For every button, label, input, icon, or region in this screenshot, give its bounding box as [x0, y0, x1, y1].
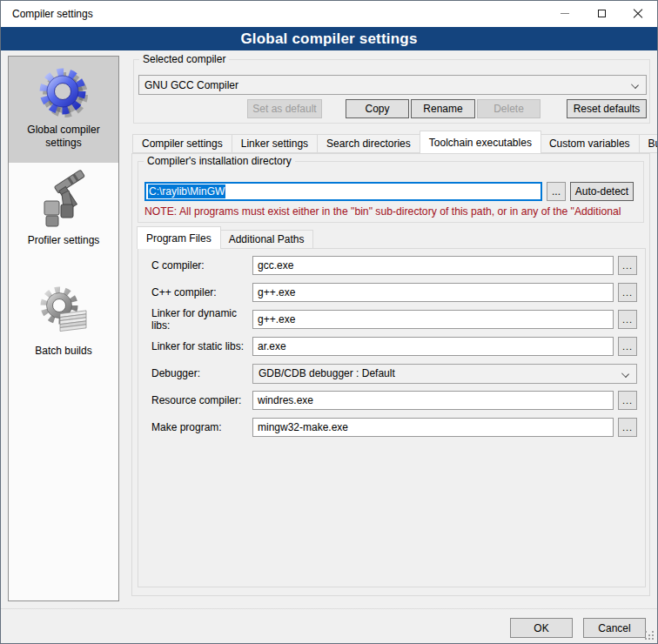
tab-additional-paths[interactable]: Additional Paths — [220, 230, 314, 249]
field-value: ar.exe — [258, 340, 286, 352]
sidebar-item-label: Profiler settings — [9, 234, 118, 247]
form-row-resource-compiler: Resource compiler: windres.exe ... — [151, 391, 645, 410]
gray-gear-stack-icon — [36, 282, 91, 341]
note-text: NOTE: All programs must exist either in … — [144, 205, 638, 218]
compiler-select[interactable]: GNU GCC Compiler — [138, 75, 647, 95]
tab-toolchain-executables[interactable]: Toolchain executables — [420, 131, 541, 153]
field-value: gcc.exe — [258, 259, 293, 272]
program-files-page: C compiler: gcc.exe ... C++ compiler: g+… — [138, 248, 646, 587]
form-row-make-program: Make program: mingw32-make.exe ... — [151, 418, 645, 437]
browse-make-program-button[interactable]: ... — [618, 418, 637, 437]
field-label: Linker for dynamic libs: — [151, 307, 252, 332]
browse-resource-compiler-button[interactable]: ... — [618, 391, 637, 410]
blue-gear-icon — [36, 64, 91, 120]
cancel-button[interactable]: Cancel — [583, 618, 646, 638]
selected-path-text: C:\raylib\MinGW — [148, 184, 225, 198]
form-row-debugger: Debugger: GDB/CDB debugger : Default — [151, 364, 645, 383]
minimize-icon — [561, 13, 569, 14]
main-tabstrip: Compiler settings Linker settings Search… — [132, 131, 658, 153]
field-label: Linker for static libs: — [151, 340, 252, 352]
sidebar-item-label: Global compiler settings — [9, 124, 118, 150]
field-label: Debugger: — [151, 367, 252, 379]
static-linker-input[interactable]: ar.exe — [252, 337, 614, 356]
cpp-compiler-input[interactable]: g++.exe — [252, 283, 614, 302]
title-bar: Compiler settings — [1, 1, 657, 27]
group-label: Selected compiler — [139, 53, 229, 65]
maximize-button[interactable] — [583, 1, 620, 26]
debugger-select[interactable]: GDB/CDB debugger : Default — [252, 364, 637, 384]
toolchain-executables-page: Compiler's installation directory C:\ray… — [131, 153, 650, 596]
compiler-settings-dialog: Compiler settings Global compiler settin… — [0, 0, 658, 644]
field-label: Make program: — [151, 421, 252, 433]
caliper-icon — [36, 170, 91, 231]
program-files-tabstrip: Program Files Additional Paths — [138, 227, 313, 249]
maximize-icon — [598, 10, 606, 17]
footer-divider — [1, 608, 657, 610]
close-button[interactable] — [620, 1, 656, 26]
delete-button: Delete — [477, 99, 540, 118]
installation-directory-input[interactable]: C:\raylib\MinGW — [144, 182, 542, 201]
group-label: Compiler's installation directory — [144, 155, 295, 167]
selected-compiler-group: Selected compiler GNU GCC Compiler Set a… — [133, 59, 650, 124]
close-icon — [633, 9, 643, 19]
caption-buttons — [547, 1, 656, 26]
debugger-select-value: GDB/CDB debugger : Default — [258, 367, 395, 379]
resize-grip-icon[interactable] — [645, 631, 654, 640]
resource-compiler-input[interactable]: windres.exe — [252, 391, 614, 410]
browse-cpp-compiler-button[interactable]: ... — [618, 283, 637, 302]
browse-directory-button[interactable]: ... — [547, 182, 566, 201]
c-compiler-input[interactable]: gcc.exe — [252, 256, 614, 275]
reset-defaults-button[interactable]: Reset defaults — [567, 99, 647, 118]
field-label: Resource compiler: — [151, 394, 252, 406]
settings-category-list: Global compiler settings Profiler settin… — [8, 56, 119, 601]
tab-compiler-settings[interactable]: Compiler settings — [132, 134, 232, 153]
chevron-down-icon — [631, 81, 639, 89]
copy-button[interactable]: Copy — [346, 99, 409, 118]
tab-search-directories[interactable]: Search directories — [318, 134, 420, 153]
form-row-dynamic-linker: Linker for dynamic libs: g++.exe ... — [151, 310, 645, 329]
form-row-static-linker: Linker for static libs: ar.exe ... — [151, 337, 645, 356]
window-title: Compiler settings — [12, 8, 93, 20]
rename-button[interactable]: Rename — [411, 99, 475, 118]
ok-button[interactable]: OK — [510, 618, 573, 638]
chevron-down-icon — [621, 370, 629, 378]
compiler-select-value: GNU GCC Compiler — [144, 79, 238, 91]
tab-program-files[interactable]: Program Files — [137, 226, 221, 249]
field-value: mingw32-make.exe — [258, 421, 348, 433]
field-value: windres.exe — [258, 394, 313, 406]
sidebar-item-label: Batch builds — [9, 345, 118, 358]
auto-detect-button[interactable]: Auto-detect — [570, 182, 634, 201]
form-row-cpp-compiler: C++ compiler: g++.exe ... — [151, 283, 645, 302]
field-label: C++ compiler: — [151, 286, 252, 299]
dialog-banner: Global compiler settings — [1, 27, 657, 50]
toolchain-form: C compiler: gcc.exe ... C++ compiler: g+… — [138, 249, 645, 437]
field-value: g++.exe — [258, 286, 295, 299]
installation-directory-group: Compiler's installation directory C:\ray… — [138, 161, 644, 223]
make-program-input[interactable]: mingw32-make.exe — [252, 418, 614, 437]
field-label: C compiler: — [151, 259, 252, 272]
tab-custom-variables[interactable]: Custom variables — [540, 134, 640, 153]
tab-linker-settings[interactable]: Linker settings — [232, 134, 318, 153]
set-as-default-button: Set as default — [247, 99, 322, 118]
minimize-button[interactable] — [547, 1, 583, 26]
browse-c-compiler-button[interactable]: ... — [618, 256, 637, 275]
sidebar-item-global-compiler-settings[interactable]: Global compiler settings — [9, 57, 118, 163]
form-row-c-compiler: C compiler: gcc.exe ... — [151, 256, 645, 275]
sidebar-item-batch-builds[interactable]: Batch builds — [9, 282, 118, 358]
browse-static-linker-button[interactable]: ... — [618, 337, 637, 356]
tab-build-options[interactable]: Build options — [640, 134, 658, 153]
sidebar-item-profiler-settings[interactable]: Profiler settings — [9, 170, 118, 247]
browse-dynamic-linker-button[interactable]: ... — [618, 310, 637, 329]
page-title: Global compiler settings — [240, 30, 417, 48]
dynamic-linker-input[interactable]: g++.exe — [252, 310, 614, 329]
field-value: g++.exe — [258, 313, 295, 325]
